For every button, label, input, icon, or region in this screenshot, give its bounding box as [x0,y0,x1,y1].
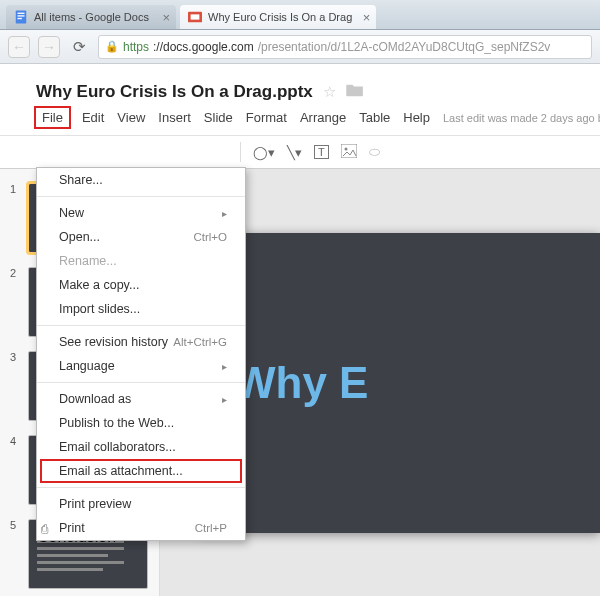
browser-tab-active[interactable]: Why Euro Crisis Is On a Drag × [180,5,376,29]
menu-revision-history[interactable]: See revision historyAlt+Ctrl+G [37,330,245,354]
menu-slide[interactable]: Slide [204,110,233,125]
url-host: ://docs.google.com [153,40,254,54]
menu-new[interactable]: New▸ [37,201,245,225]
shortcut-text: Alt+Ctrl+G [173,336,227,348]
shortcut-text: Ctrl+P [195,522,227,534]
folder-icon[interactable] [346,83,364,101]
document-header: Why Euro Crisis Is On a Drag.pptx ☆ File… [0,64,600,135]
svg-rect-3 [18,18,22,19]
menu-language[interactable]: Language▸ [37,354,245,378]
print-icon [41,522,55,534]
thumb-number: 1 [10,183,20,195]
thumb-number: 4 [10,435,20,447]
back-button[interactable]: ← [8,36,30,58]
svg-rect-5 [191,14,200,19]
browser-tab[interactable]: All items - Google Docs × [6,5,176,29]
menu-file[interactable]: File [34,106,71,129]
submenu-arrow-icon: ▸ [222,361,227,372]
submenu-arrow-icon: ▸ [222,394,227,405]
thumb-number: 2 [10,267,20,279]
slide-title-text[interactable]: Why E [234,358,368,408]
thumb-number: 5 [10,519,20,531]
menu-open[interactable]: Open...Ctrl+O [37,225,245,249]
svg-point-7 [344,147,347,150]
thumb-number: 3 [10,351,20,363]
browser-tab-strip: All items - Google Docs × Why Euro Crisi… [0,0,600,30]
menu-separator [37,382,245,383]
menu-download-as[interactable]: Download as▸ [37,387,245,411]
docs-favicon [14,10,28,24]
tab-close-icon[interactable]: × [363,10,371,25]
last-edit-text[interactable]: Last edit was made 2 days ago by r [443,112,600,124]
editor-toolbar: ◯▾ ╲▾ T ⬭ [0,135,600,169]
shape-picker-icon[interactable]: ◯▾ [253,145,275,160]
menu-help[interactable]: Help [403,110,430,125]
menu-print[interactable]: PrintCtrl+P [37,516,245,540]
toolbar-separator [240,142,241,162]
menu-share[interactable]: Share... [37,168,245,192]
link-icon[interactable]: ⬭ [369,144,380,160]
lock-icon: 🔒 [105,40,119,53]
tab-close-icon[interactable]: × [162,10,170,25]
tab-label: Why Euro Crisis Is On a Drag [208,11,352,23]
menu-import-slides[interactable]: Import slides... [37,297,245,321]
menu-print-preview[interactable]: Print preview [37,492,245,516]
menu-email-attachment[interactable]: Email as attachment... [37,459,245,483]
browser-toolbar: ← → ⟳ 🔒 https://docs.google.com/presenta… [0,30,600,64]
address-bar[interactable]: 🔒 https://docs.google.com/presentation/d… [98,35,592,59]
menu-bar: File Edit View Insert Slide Format Arran… [36,102,578,131]
url-path: /presentation/d/1L2A-cOMd2AYuD8CUtqG_sep… [258,40,551,54]
url-scheme: https [123,40,149,54]
menu-table[interactable]: Table [359,110,390,125]
line-tool-icon[interactable]: ╲▾ [287,145,302,160]
document-title[interactable]: Why Euro Crisis Is On a Drag.pptx [36,82,313,102]
svg-rect-2 [18,15,25,16]
file-menu-dropdown: Share... New▸ Open...Ctrl+O Rename... Ma… [36,167,246,541]
menu-edit[interactable]: Edit [82,110,104,125]
reload-button[interactable]: ⟳ [68,36,90,58]
menu-separator [37,196,245,197]
menu-rename[interactable]: Rename... [37,249,245,273]
menu-arrange[interactable]: Arrange [300,110,346,125]
slides-favicon [188,10,202,24]
forward-button[interactable]: → [38,36,60,58]
menu-insert[interactable]: Insert [158,110,191,125]
menu-format[interactable]: Format [246,110,287,125]
svg-rect-0 [16,11,27,24]
menu-separator [37,487,245,488]
shortcut-text: Ctrl+O [193,231,227,243]
menu-make-copy[interactable]: Make a copy... [37,273,245,297]
menu-publish-web[interactable]: Publish to the Web... [37,411,245,435]
submenu-arrow-icon: ▸ [222,208,227,219]
image-icon[interactable] [341,144,357,161]
menu-view[interactable]: View [117,110,145,125]
current-slide[interactable]: Why E [200,233,600,533]
tab-label: All items - Google Docs [34,11,149,23]
star-icon[interactable]: ☆ [323,83,336,101]
menu-separator [37,325,245,326]
menu-email-collaborators[interactable]: Email collaborators... [37,435,245,459]
svg-rect-1 [18,13,25,14]
text-box-icon[interactable]: T [314,145,329,159]
